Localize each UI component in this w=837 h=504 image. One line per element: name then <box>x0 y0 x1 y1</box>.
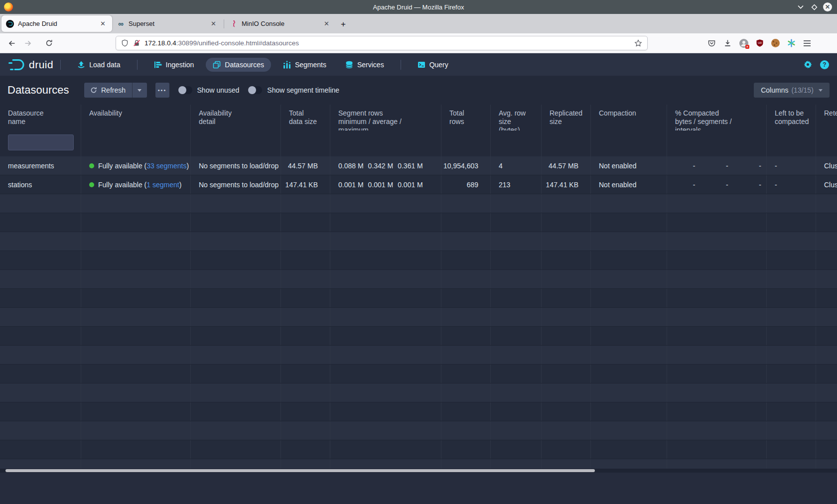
empty-cell <box>281 421 330 440</box>
cell-retention: Cluster default <box>816 175 837 194</box>
columns-button[interactable]: Columns (13/15) <box>754 83 830 98</box>
horizontal-scrollbar-thumb[interactable] <box>5 469 595 472</box>
tab-close-icon[interactable]: ✕ <box>209 19 218 28</box>
adblock-shield-icon[interactable]: U0 <box>756 39 764 47</box>
account-icon[interactable]: ✕ <box>739 39 748 48</box>
empty-cell <box>542 346 591 364</box>
empty-row <box>0 402 837 421</box>
tab-close-icon[interactable]: ✕ <box>98 19 108 28</box>
show-unused-toggle[interactable] <box>178 86 192 94</box>
segments-link[interactable]: 1 segment <box>146 181 179 189</box>
column-header-replicated_size[interactable]: Replicated size <box>542 105 591 130</box>
column-header-availability[interactable]: Availability <box>81 105 191 130</box>
empty-cell <box>767 346 816 364</box>
empty-cell <box>330 194 441 213</box>
empty-cell <box>441 308 491 326</box>
empty-cell <box>591 346 667 364</box>
empty-cell <box>491 365 542 383</box>
druid-logo[interactable]: druid <box>8 58 53 72</box>
reload-icon[interactable] <box>42 36 56 50</box>
column-header-total_data_size[interactable]: Total data size <box>281 105 330 130</box>
bookmark-star-icon[interactable] <box>634 39 642 47</box>
empty-cell <box>191 327 281 345</box>
pocket-icon[interactable] <box>707 39 716 47</box>
cell-total_rows: 689 <box>441 175 491 194</box>
window-shade-icon[interactable] <box>796 2 805 11</box>
column-header-retention[interactable]: Retention <box>816 105 837 130</box>
empty-cell <box>330 440 441 459</box>
gear-icon[interactable] <box>803 60 813 69</box>
refresh-dropdown-button[interactable] <box>132 83 147 98</box>
empty-cell <box>816 308 837 326</box>
empty-cell <box>667 421 767 440</box>
empty-cell <box>0 308 81 326</box>
back-icon[interactable] <box>5 36 19 50</box>
tab-minio-console[interactable]: MinIO Console ✕ <box>225 15 336 32</box>
empty-cell <box>441 440 491 459</box>
nav-item-services[interactable]: Services <box>338 58 391 72</box>
cell-name: stations <box>0 175 81 194</box>
column-header-avg_row_size[interactable]: Avg. row size (bytes) <box>491 105 542 130</box>
nav-item-load-data[interactable]: Load data <box>70 58 127 72</box>
empty-cell <box>81 270 191 288</box>
availability-dot <box>89 163 94 168</box>
tab-label: Apache Druid <box>18 20 98 27</box>
bottom-gap <box>0 473 837 504</box>
menu-icon[interactable] <box>803 40 811 47</box>
refresh-button[interactable]: Refresh <box>84 83 132 98</box>
tab-superset[interactable]: ∞ Superset ✕ <box>112 15 223 32</box>
empty-cell <box>767 365 816 383</box>
empty-cell <box>0 402 81 421</box>
empty-row <box>0 327 837 346</box>
nav-item-label: Ingestion <box>166 61 194 69</box>
nav-item-query[interactable]: Query <box>411 58 455 72</box>
filter-cell <box>591 130 667 156</box>
druid-logo-icon <box>8 58 26 72</box>
help-icon[interactable]: ? <box>820 60 829 69</box>
nav-item-datasources[interactable]: Datasources <box>206 58 271 72</box>
availability-dot <box>89 182 94 187</box>
forward-icon[interactable] <box>21 36 35 50</box>
window-maximize-icon[interactable] <box>810 2 819 11</box>
column-header-left_to_compact[interactable]: Left to be compacted <box>767 105 816 130</box>
nav-item-ingestion[interactable]: Ingestion <box>147 58 201 72</box>
empty-cell <box>491 383 542 402</box>
empty-cell <box>281 402 330 421</box>
show-segment-timeline-toggle[interactable] <box>248 86 262 94</box>
column-header-pct_compacted[interactable]: % Compacted bytes / segments / intervals <box>667 105 767 130</box>
empty-cell <box>591 289 667 307</box>
cookie-icon[interactable] <box>771 39 780 47</box>
nav-divider <box>60 60 61 70</box>
empty-cell <box>542 327 591 345</box>
empty-cell <box>816 213 837 232</box>
empty-cell <box>591 308 667 326</box>
empty-cell <box>281 232 330 251</box>
empty-cell <box>591 421 667 440</box>
download-icon[interactable] <box>723 39 732 47</box>
extension-asterisk-icon[interactable] <box>787 39 796 47</box>
datasource-filter-input[interactable] <box>8 134 74 150</box>
tab-close-icon[interactable]: ✕ <box>322 19 331 28</box>
nav-item-segments[interactable]: Segments <box>276 58 333 72</box>
column-header-availability_detail[interactable]: Availability detail <box>191 105 281 130</box>
column-header-segment_rows[interactable]: Segment rows minimum / average / maximum <box>330 105 441 130</box>
new-tab-button[interactable]: + <box>341 19 346 29</box>
empty-cell <box>667 402 767 421</box>
filter-cell <box>491 130 542 156</box>
segments-link[interactable]: 33 segments <box>146 162 186 170</box>
empty-cell <box>281 327 330 345</box>
column-header-compaction[interactable]: Compaction <box>591 105 667 130</box>
empty-cell <box>0 421 81 440</box>
more-actions-button[interactable]: ••• <box>155 83 169 98</box>
empty-cell <box>81 194 191 213</box>
empty-cell <box>281 365 330 383</box>
empty-cell <box>591 251 667 269</box>
empty-cell <box>591 365 667 383</box>
column-header-total_rows[interactable]: Total rows <box>441 105 491 130</box>
empty-cell <box>0 365 81 383</box>
tab-apache-druid[interactable]: Apache Druid ✕ <box>1 15 112 32</box>
window-close-icon[interactable]: ✕ <box>823 2 832 11</box>
url-bar[interactable]: 172.18.0.4:30899/unified-console.html#da… <box>116 36 648 50</box>
empty-cell <box>816 327 837 345</box>
column-header-name[interactable]: Datasource name <box>0 105 81 130</box>
